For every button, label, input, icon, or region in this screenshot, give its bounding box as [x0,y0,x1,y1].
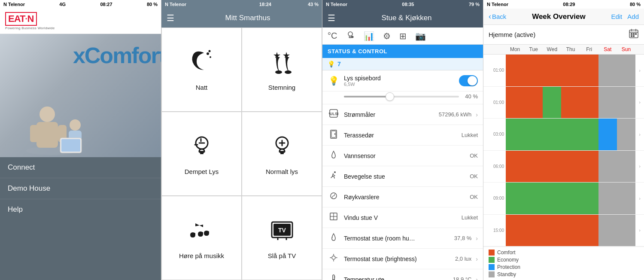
scene-tv[interactable]: TV Slå på TV [242,196,322,280]
bar-sat-3 [598,119,617,150]
bar-thu-6 [561,215,580,247]
device-info-vindu: Vindu stue V [344,214,457,221]
arrow-header [635,46,644,52]
device-row-lys[interactable]: 💡 Lys spisebord 6,5W [322,70,483,91]
svg-point-1 [39,107,55,122]
device-name-lys: Lys spisebord [344,75,455,82]
scene-grid: Natt Stemning [161,27,322,280]
normalt-lys-icon [269,133,295,164]
slider-knob [386,92,394,101]
dempet-lys-icon [189,133,215,164]
time-row-2: 01:00 › [483,87,644,119]
tab-light-icon[interactable] [346,30,355,42]
device-name-strom: Strømmåler [344,111,434,118]
scene-normalt-lys[interactable]: Normalt lys [242,112,322,196]
bars-row-4 [506,151,635,183]
device-name-vann: Vannsensor [344,152,465,159]
device-count-row: 💡 7 [322,58,483,70]
xcomfort-banner: xComfort [0,34,161,157]
tv-icon: TV [269,217,295,248]
scene-dempet-lys[interactable]: Dempet Lys [161,112,242,196]
menu-demo-house[interactable]: Demo House [0,178,161,199]
device-name-dor: Terassedør [344,132,457,139]
device-row-dor[interactable]: Terassedør Lukket [322,125,483,146]
device-count: 7 [337,61,341,67]
scene-natt[interactable]: Natt [161,27,242,112]
bars-row-1 [506,55,635,86]
bar-fri-4 [580,151,598,183]
device-info-bev: Bevegelse stue [344,173,465,180]
menu-help[interactable]: Help [0,199,161,220]
bar-mon-5 [506,183,524,214]
panel-week-overview: N Telenor 08:29 80 % ‹ Back Week Overvie… [483,0,644,280]
svg-point-9 [207,52,209,55]
svg-point-40 [334,171,336,173]
bar-sun-4 [617,151,635,183]
brightness-slider[interactable] [344,96,459,97]
bar-mon-3 [506,119,524,150]
calendar-icon[interactable] [629,28,639,41]
chevron-6[interactable]: › [635,215,644,247]
panel-stue-kjokken: N Telenor 08:35 79 % ☰ Stue & Kjøkken °C… [322,0,483,280]
panel-xcomfort: N Telenor 4G 08:27 80 % EAT·N Powering B… [0,0,161,280]
svg-rect-51 [333,275,334,280]
hamburger-icon[interactable]: ☰ [167,13,174,23]
menu-connect[interactable]: Connect [0,157,161,178]
bar-sun-2 [617,87,635,119]
device-row-bev[interactable]: Bevegelse stue OK [322,166,483,187]
svg-rect-18 [200,153,204,154]
bars-row-2 [506,87,635,119]
tab-grid-icon[interactable]: ⊞ [399,31,407,41]
carrier-2: N Telenor [165,2,186,7]
chevron-3[interactable]: › [635,119,644,150]
musikk-icon [187,217,217,248]
time-4: 08:29 [563,2,575,7]
arrow-temp: › [476,276,478,280]
chevron-5[interactable]: › [635,183,644,214]
stemning-icon [269,49,295,79]
legend-protection: Protection [489,264,639,270]
bars-row-3 [506,119,635,150]
device-row-strom[interactable]: PULSE Strømmåler 57296,6 kWh › [322,104,483,125]
arrow-strom: › [476,111,478,118]
bar-fri-6 [580,215,598,247]
week-header: Mon Tue Wed Thu Fri Sat Sun [483,45,644,55]
device-row-vindu[interactable]: Vindu stue V Lukket [322,207,483,228]
bar-wed-3 [543,119,561,150]
device-row-tbright[interactable]: Termostat stue (brightness) 2,0 lux › [322,249,483,269]
scene-musikk[interactable]: Høre på musikk [161,196,242,280]
bar-fri-5 [580,183,598,214]
device-row-thum[interactable]: Termostat stue (room hu… 37,8 % › [322,228,483,249]
edit-button[interactable]: Edit [611,13,622,20]
eaton-tagline: Powering Business Worldwide [5,26,156,30]
time-label-6: 15:00 [483,227,506,234]
chevron-4[interactable]: › [635,151,644,183]
toggle-lys[interactable] [459,75,478,86]
tab-gear-icon[interactable]: ⚙ [383,31,391,41]
bar-tue-5 [524,183,543,214]
tab-camera-icon[interactable]: 📷 [415,31,426,41]
bar-thu-1 [561,55,580,86]
svg-rect-33 [349,37,352,38]
scene-stemning[interactable]: Stemning [242,27,322,112]
device-value-dor: Lukket [462,132,478,138]
device-row-vann[interactable]: Vannsensor OK [322,146,483,166]
tab-chart-icon[interactable]: 📊 [364,31,374,41]
time-2: 18:24 [259,2,271,7]
bulb-icon: 💡 [328,61,335,67]
smoke-icon [328,191,340,203]
chevron-2[interactable]: › [635,87,644,119]
back-button[interactable]: ‹ Back [489,12,506,21]
time-3: 08:35 [402,2,414,7]
tab-temp-icon[interactable]: °C [328,31,337,41]
device-row-royk[interactable]: Røykvarslere OK [322,187,483,207]
svg-rect-14 [277,71,280,72]
chevron-1[interactable]: › [635,55,644,86]
add-button[interactable]: Add [627,13,639,20]
device-value-royk: OK [470,194,478,200]
economy-swatch [489,257,495,263]
status-control-header: STATUS & CONTROL [322,45,483,58]
device-row-temp[interactable]: Temperatur ute 18,9 °C › [322,269,483,280]
hamburger-icon-3[interactable]: ☰ [328,13,335,23]
standby-swatch [489,271,495,277]
